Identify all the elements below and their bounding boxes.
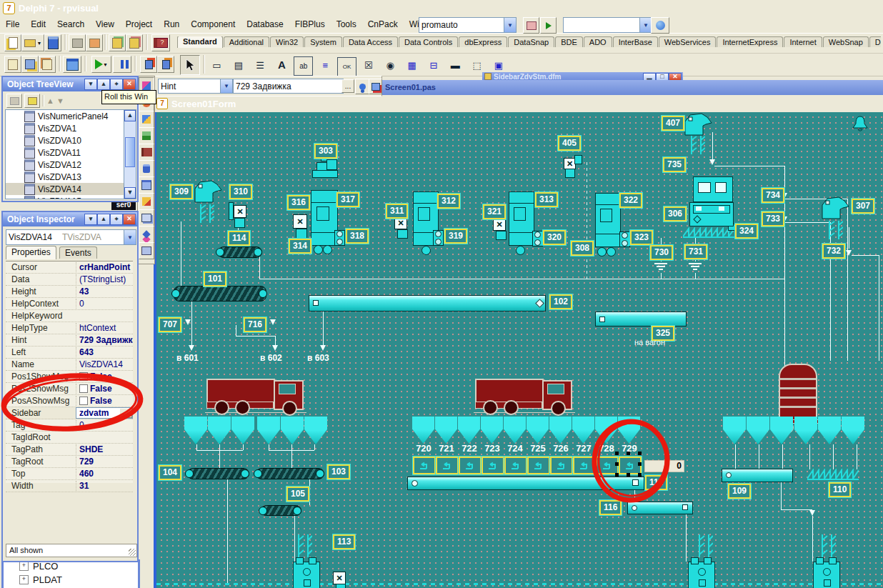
user-button[interactable] xyxy=(355,79,369,94)
tag-label-405[interactable]: 405 xyxy=(558,136,581,151)
property-selector-combo[interactable]: Hint ▼ xyxy=(158,79,233,94)
component-frames-icon[interactable]: ▭ xyxy=(207,56,226,75)
add-to-project-button[interactable] xyxy=(109,34,126,51)
tag-label-316[interactable]: 316 xyxy=(287,195,310,210)
tag-label-733[interactable]: 733 xyxy=(762,211,784,226)
gate-valve-button-724[interactable] xyxy=(504,457,527,474)
menu-file[interactable]: File xyxy=(0,16,25,32)
pointer-tool-button[interactable] xyxy=(180,55,200,75)
gate-valve-button-723[interactable] xyxy=(482,457,504,474)
conveyor-102[interactable] xyxy=(309,295,546,312)
project-combo[interactable]: promauto ▼ xyxy=(419,17,517,33)
scale-machine-303[interactable] xyxy=(312,170,338,178)
property-value[interactable]: False xyxy=(76,396,133,406)
project-tree-item[interactable]: + PLDAT xyxy=(4,572,138,585)
component-button-icon[interactable]: OK xyxy=(337,57,356,76)
sync-units-button[interactable] xyxy=(523,17,539,34)
gate-valve-button-722[interactable] xyxy=(459,457,482,474)
tag-label-314[interactable]: 314 xyxy=(289,239,311,254)
tag-label-407[interactable]: 407 xyxy=(662,116,684,131)
tag-label-324[interactable]: 324 xyxy=(735,224,758,239)
valve-310-icon[interactable]: ✕ xyxy=(234,205,246,218)
gauge-320-icon[interactable] xyxy=(532,231,543,246)
treeview-scrollbar[interactable]: ▲ ▼ xyxy=(124,109,136,199)
tag-label-111[interactable]: 111 xyxy=(645,475,667,490)
property-value[interactable]: 43 xyxy=(76,286,133,297)
view-unit-button[interactable] xyxy=(39,56,56,73)
bell-icon[interactable] xyxy=(850,116,870,135)
property-row[interactable]: Pos1ShowMsgFalse xyxy=(6,371,133,383)
menu-run[interactable]: Run xyxy=(158,16,185,32)
tag-label-104[interactable]: 104 xyxy=(159,465,181,480)
tag-label-321[interactable]: 321 xyxy=(483,204,506,219)
belt-conveyor-101[interactable] xyxy=(174,286,266,302)
property-row[interactable]: Pos2ShowMsgFalse xyxy=(6,383,133,395)
app-titlebar[interactable]: 7 Delphi 7 - rpvisual xyxy=(0,0,883,16)
gate-valve-button-727[interactable] xyxy=(573,457,596,474)
menu-edit[interactable]: Edit xyxy=(25,16,51,32)
conveyor-109[interactable] xyxy=(722,469,793,482)
chevron-down-icon[interactable]: ▼ xyxy=(220,79,232,93)
view-form-button[interactable] xyxy=(63,56,81,73)
elevator-head-307[interactable] xyxy=(822,196,850,219)
expand-plus-icon[interactable]: + xyxy=(19,575,29,584)
tag-label-312[interactable]: 312 xyxy=(437,194,460,209)
pin-icon[interactable]: ⌖ xyxy=(110,79,123,90)
property-value[interactable]: (TStringList) xyxy=(76,274,133,284)
tab-bde[interactable]: BDE xyxy=(555,36,583,47)
property-value[interactable]: 729 xyxy=(76,457,133,467)
tree-item[interactable]: VisZDVA13 xyxy=(6,171,124,183)
tree-item[interactable]: VisZDVA15 xyxy=(6,195,124,199)
valve-113-icon[interactable]: ✕ xyxy=(333,572,346,584)
resize-grip[interactable] xyxy=(129,549,136,556)
pause-button[interactable] xyxy=(113,56,131,73)
component-label-icon[interactable]: A xyxy=(272,55,291,74)
book-tool-button[interactable] xyxy=(139,144,154,161)
tag-label-731[interactable]: 731 xyxy=(684,244,707,259)
property-grid[interactable]: CursorcrHandPoint Data(TStringList) Heig… xyxy=(6,261,133,483)
property-value[interactable]: htContext xyxy=(76,323,133,333)
belt-conveyor-103[interactable] xyxy=(256,468,324,479)
checkbox-icon[interactable] xyxy=(79,372,88,381)
valve-icon[interactable]: ✕ xyxy=(493,218,506,231)
windows-tool-button[interactable] xyxy=(139,209,154,226)
tag-label-102[interactable]: 102 xyxy=(549,294,572,309)
tag-label-318[interactable]: 318 xyxy=(346,229,369,244)
tag-label-303[interactable]: 303 xyxy=(314,144,337,159)
window-star-button[interactable] xyxy=(369,79,382,94)
treeview-titlebar[interactable]: Object TreeView ▾ ▴ ⌖ ✕ xyxy=(3,77,137,91)
tab-data-controls[interactable]: Data Controls xyxy=(399,36,458,47)
property-row[interactable]: TagRoot729 xyxy=(6,456,133,468)
chevron-down-icon[interactable]: ▼ xyxy=(37,41,42,46)
menu-search[interactable]: Search xyxy=(51,16,90,32)
tab-webservices[interactable]: WebServices xyxy=(659,36,717,47)
help-button[interactable]: ? xyxy=(151,34,170,51)
scroll-down-icon[interactable]: ▼ xyxy=(124,187,136,199)
selection-handle[interactable] xyxy=(638,462,642,466)
gate-valve-button-720[interactable] xyxy=(413,457,436,474)
tag-label-114[interactable]: 114 xyxy=(228,231,250,246)
tag-label-116[interactable]: 116 xyxy=(599,500,622,515)
selection-handle[interactable] xyxy=(615,452,619,455)
belt-conveyor-104[interactable] xyxy=(187,468,249,479)
save-button[interactable] xyxy=(44,34,61,51)
component-combobox-icon[interactable]: ⊟ xyxy=(424,56,443,75)
tag-label-319[interactable]: 319 xyxy=(444,229,467,244)
elevator-boot-machine[interactable] xyxy=(688,562,715,588)
tree-item-selected[interactable]: VisZDVA14 xyxy=(6,183,124,195)
tab-events[interactable]: Events xyxy=(59,246,97,259)
menu-component[interactable]: Component xyxy=(185,16,241,32)
remove-from-project-button[interactable] xyxy=(126,34,143,51)
elevator-boot-machine[interactable] xyxy=(293,562,320,588)
separator-machine-313[interactable] xyxy=(509,191,534,246)
tag-label-320[interactable]: 320 xyxy=(543,230,566,245)
chevron-down-icon[interactable]: ▼ xyxy=(124,230,136,244)
add-file-button[interactable] xyxy=(86,34,103,51)
new-item-button[interactable] xyxy=(6,94,22,108)
step-over-button[interactable] xyxy=(157,56,174,73)
menu-project[interactable]: Project xyxy=(120,16,158,32)
trace-into-button[interactable] xyxy=(140,56,157,73)
run-button[interactable]: ▼ xyxy=(91,56,111,73)
elevator-boot-machine[interactable] xyxy=(813,562,840,588)
tag-label-105[interactable]: 105 xyxy=(286,487,309,502)
